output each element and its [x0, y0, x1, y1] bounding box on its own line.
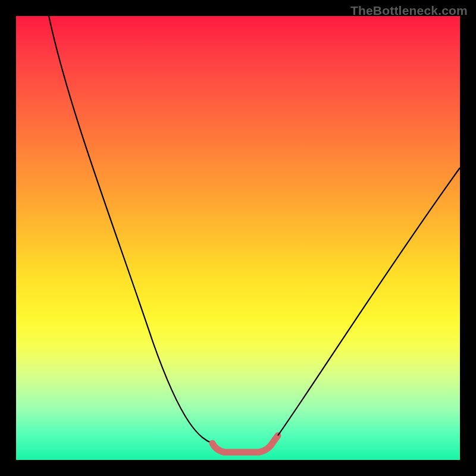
- valley-ribbon: [212, 436, 278, 452]
- curve-left: [49, 16, 212, 443]
- curve-right: [278, 168, 460, 436]
- chart-svg: [16, 16, 460, 460]
- chart-plot-area: [16, 16, 460, 460]
- watermark-text: TheBottleneck.com: [350, 4, 468, 18]
